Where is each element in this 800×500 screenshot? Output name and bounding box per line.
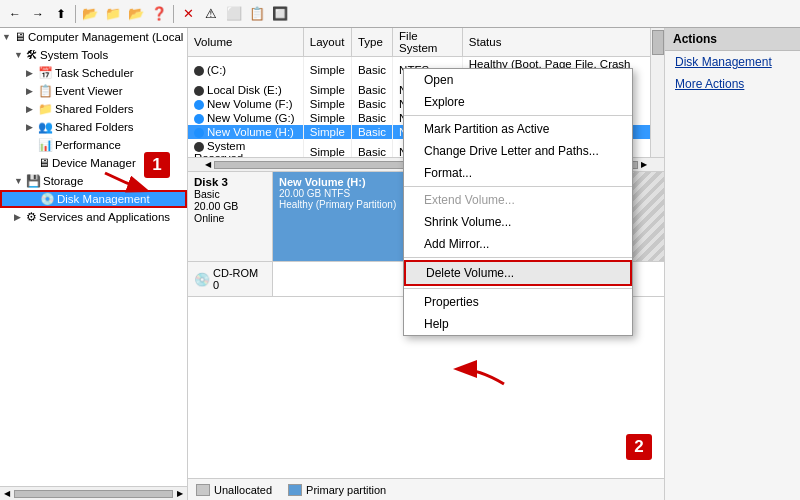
disk3-size: 20.00 GB (194, 200, 266, 212)
actions-title: Actions (665, 28, 800, 51)
cdrom-icon: 💿 (194, 272, 210, 287)
dev-label: Device Manager (52, 157, 136, 169)
help-btn[interactable]: ❓ (148, 4, 170, 24)
sys-label: System Tools (40, 49, 108, 61)
task-icon: 📅 (38, 66, 53, 80)
annotation-1: 1 (144, 152, 170, 178)
col-status: Status (462, 28, 650, 57)
folder-btn-1[interactable]: 📂 (79, 4, 101, 24)
col-fs: File System (393, 28, 463, 57)
event-icon: 📋 (38, 84, 53, 98)
tree-root[interactable]: ▼ 🖥 Computer Management (Local (0, 28, 187, 46)
forward-btn[interactable]: → (27, 4, 49, 24)
ctx-mark-active[interactable]: Mark Partition as Active (404, 118, 632, 140)
system-tools-item[interactable]: ▼ 🛠 System Tools (0, 46, 187, 64)
local-icon: 👥 (38, 120, 53, 134)
square-btn[interactable]: ⬜ (223, 4, 245, 24)
event-arrow: ▶ (26, 86, 38, 96)
left-scroll-btn[interactable]: ◀ (0, 487, 14, 501)
event-viewer-item[interactable]: ▶ 📋 Event Viewer (0, 82, 187, 100)
task-label: Task Scheduler (55, 67, 134, 79)
arrow-2 (449, 349, 509, 392)
sys-icon: 🛠 (26, 48, 38, 62)
action-more[interactable]: More Actions (665, 73, 800, 95)
warn-btn[interactable]: ⚠ (200, 4, 222, 24)
ctx-format[interactable]: Format... (404, 162, 632, 184)
cdrom-name: CD-ROM 0 (213, 267, 266, 291)
ctx-explore[interactable]: Explore (404, 91, 632, 113)
task-arrow: ▶ (26, 68, 38, 78)
ctx-change-letter[interactable]: Change Drive Letter and Paths... (404, 140, 632, 162)
ctx-delete-volume[interactable]: Delete Volume... (404, 260, 632, 286)
actions-panel: Actions Disk Management More Actions (664, 28, 800, 500)
disk3-label: Disk 3 Basic 20.00 GB Online (188, 172, 273, 261)
svc-label: Services and Applications (39, 211, 170, 223)
shared-folders-item[interactable]: ▶ 📁 Shared Folders (0, 100, 187, 118)
table-scrollbar[interactable] (650, 28, 664, 157)
local-users-item[interactable]: ▶ 👥 Shared Folders (0, 118, 187, 136)
action-disk-mgmt[interactable]: Disk Management (665, 51, 800, 73)
legend-primary: Primary partition (288, 484, 386, 496)
event-label: Event Viewer (55, 85, 123, 97)
ctx-shrink[interactable]: Shrink Volume... (404, 211, 632, 233)
back-btn[interactable]: ← (4, 4, 26, 24)
disk3-status: Online (194, 212, 266, 224)
close-btn[interactable]: ✕ (177, 4, 199, 24)
up-btn[interactable]: ⬆ (50, 4, 72, 24)
dev-icon: 🖥 (38, 156, 50, 170)
h-right-btn[interactable]: ▶ (638, 159, 650, 171)
ctx-extend[interactable]: Extend Volume... (404, 189, 632, 211)
col-layout: Layout (303, 28, 351, 57)
col-volume: Volume (188, 28, 303, 57)
disk3-name: Disk 3 (194, 176, 266, 188)
center-panel: Volume Layout Type File System Status (C… (188, 28, 664, 500)
legend-primary-label: Primary partition (306, 484, 386, 496)
clipboard-btn[interactable]: 📋 (246, 4, 268, 24)
legend-unallocated: Unallocated (196, 484, 272, 496)
shared-label: Shared Folders (55, 103, 134, 115)
col-type: Type (351, 28, 392, 57)
context-menu: Open Explore Mark Partition as Active Ch… (403, 68, 633, 336)
perf-icon: 📊 (38, 138, 53, 152)
disk-label: Disk Management (57, 193, 150, 205)
svc-arrow: ▶ (14, 212, 26, 222)
folder-btn-2[interactable]: 📁 (102, 4, 124, 24)
tree-panel: ▼ 🖥 Computer Management (Local ▼ 🛠 Syste… (0, 28, 188, 500)
root-label: Computer Management (Local (28, 31, 183, 43)
local-label: Shared Folders (55, 121, 134, 133)
grid-btn[interactable]: 🔲 (269, 4, 291, 24)
ctx-add-mirror[interactable]: Add Mirror... (404, 233, 632, 255)
shared-arrow: ▶ (26, 104, 38, 114)
folder-btn-3[interactable]: 📂 (125, 4, 147, 24)
h-left-btn[interactable]: ◀ (202, 159, 214, 171)
ctx-open[interactable]: Open (404, 69, 632, 91)
sys-arrow: ▼ (14, 50, 26, 60)
storage-label: Storage (43, 175, 83, 187)
disk-icon: 💿 (40, 192, 55, 206)
disk3-type: Basic (194, 188, 266, 200)
storage-arrow: ▼ (14, 176, 26, 186)
storage-icon: 💾 (26, 174, 41, 188)
perf-label: Performance (55, 139, 121, 151)
cdrom-label: 💿 CD-ROM 0 (188, 262, 273, 296)
right-scroll-btn[interactable]: ▶ (173, 487, 187, 501)
svc-icon: ⚙ (26, 210, 37, 224)
local-arrow: ▶ (26, 122, 38, 132)
disk-management-item[interactable]: 💿 Disk Management (0, 190, 187, 208)
toolbar: ← → ⬆ 📂 📁 📂 ❓ ✕ ⚠ ⬜ 📋 🔲 (0, 0, 800, 28)
status-bar: Unallocated Primary partition (188, 478, 664, 500)
shared-icon: 📁 (38, 102, 53, 116)
computer-icon: 🖥 (14, 30, 26, 44)
task-scheduler-item[interactable]: ▶ 📅 Task Scheduler (0, 64, 187, 82)
services-item[interactable]: ▶ ⚙ Services and Applications (0, 208, 187, 226)
ctx-help[interactable]: Help (404, 313, 632, 335)
ctx-properties[interactable]: Properties (404, 291, 632, 313)
root-arrow: ▼ (2, 32, 14, 42)
annotation-2: 2 (626, 434, 652, 460)
legend-unalloc-label: Unallocated (214, 484, 272, 496)
